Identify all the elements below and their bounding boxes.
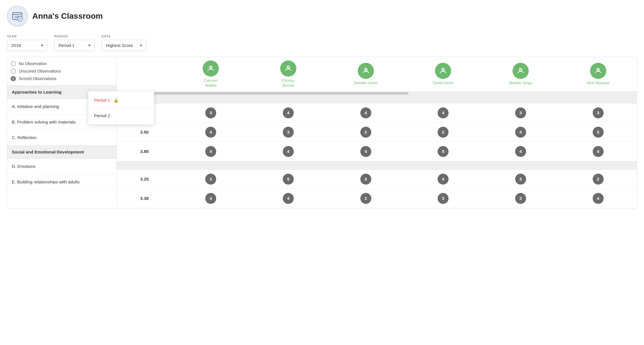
student-avatar-damian — [358, 63, 374, 79]
data-filter-group: DATA Highest Score Average Score Last Sc… — [101, 35, 146, 51]
score-e-maddie[interactable]: 3 — [482, 189, 560, 208]
score-d-chrissy[interactable]: 5 — [250, 169, 327, 189]
scored-icon: 1 — [11, 76, 16, 81]
score-b-david[interactable]: 2 — [404, 122, 482, 142]
dropdown-item-period2[interactable]: Period 2 — [88, 109, 154, 122]
legend-section: No Observation − Unscored Observations 1… — [7, 57, 116, 86]
student-avatar-david — [435, 63, 451, 79]
unscored-label: Unscored Observations — [19, 69, 61, 73]
score-b-damian[interactable]: 2 — [327, 122, 404, 142]
student-header-chrissy: ChrissyBunnel — [250, 57, 327, 92]
table-row: 3.88 4 4 4 5 — [117, 142, 637, 161]
student-header-david: David Jones — [404, 57, 482, 92]
score-b-carmen[interactable]: 4 — [172, 122, 250, 142]
score-c-carmen[interactable]: 4 — [172, 142, 250, 161]
avg-emotions: 3.25 — [117, 169, 172, 189]
student-header-damian: Damian Lewis — [327, 57, 404, 92]
no-observation-label: No Observation — [19, 61, 47, 66]
score-c-damian[interactable]: 4 — [327, 142, 404, 161]
avg-relationships: 3.38 — [117, 189, 172, 208]
classroom-avatar — [7, 6, 28, 26]
score-e-damian[interactable]: 2 — [327, 189, 404, 208]
dropdown-divider — [88, 108, 154, 108]
score-a-carmen[interactable]: 3 — [172, 103, 250, 122]
student-avatar-carmen — [203, 60, 219, 77]
score-c-nick[interactable]: 4 — [559, 142, 637, 161]
student-name-david: David Jones — [407, 81, 480, 86]
student-name-carmen: CarmenWalker — [174, 78, 247, 88]
student-avatar-maddie — [513, 63, 529, 79]
score-d-nick[interactable]: 2 — [559, 169, 637, 189]
period-select[interactable]: Period 1 Period 2 — [54, 40, 95, 51]
student-name-damian: Damian Lewis — [329, 81, 402, 86]
score-a-chrissy[interactable]: 4 — [250, 103, 327, 122]
score-b-maddie[interactable]: 4 — [482, 122, 560, 142]
student-avatar-nick — [590, 63, 606, 79]
score-d-damian[interactable]: 3 — [327, 169, 404, 189]
student-header-nick: Nick Vazquez — [559, 57, 637, 92]
data-label: DATA — [101, 35, 146, 38]
score-c-chrissy[interactable]: 4 — [250, 142, 327, 161]
avg-problem-solving: 3.50 — [117, 122, 172, 142]
student-name-maddie: Maddie Tango — [484, 81, 557, 86]
category-header-social: Social and Emotional Development — [7, 145, 116, 159]
period-filter-group: PERIOD Period 1 Period 2 ▼ — [54, 35, 95, 51]
score-a-maddie[interactable]: 3 — [482, 103, 560, 122]
score-c-david[interactable]: 5 — [404, 142, 482, 161]
category-row-social — [117, 161, 637, 169]
score-a-damian[interactable]: 4 — [327, 103, 404, 122]
student-name-nick: Nick Vazquez — [562, 81, 634, 86]
table-row: 3.50 4 3 2 2 — [117, 122, 637, 142]
student-header-maddie: Maddie Tango — [482, 57, 560, 92]
data-select[interactable]: Highest Score Average Score Last Score — [101, 40, 146, 51]
student-avatar-chrissy — [280, 60, 296, 77]
score-b-nick[interactable]: 5 — [559, 122, 637, 142]
table-row: 3.38 4 4 2 3 — [117, 189, 637, 208]
year-filter-group: YEAR 2019 2018 2017 ▼ — [7, 35, 47, 51]
score-e-david[interactable]: 3 — [404, 189, 482, 208]
dropdown-item-period1[interactable]: Period 1 🔒 — [88, 94, 154, 107]
score-d-carmen[interactable]: 3 — [172, 169, 250, 189]
avg-reflection: 3.88 — [117, 142, 172, 161]
year-label: YEAR — [7, 35, 47, 38]
table-row: 3.25 3 5 3 4 — [117, 169, 637, 189]
score-e-chrissy[interactable]: 4 — [250, 189, 327, 208]
score-e-nick[interactable]: 4 — [559, 189, 637, 208]
scored-label: Scored Observations — [19, 76, 57, 81]
row-label-reflection: C. Reflection — [7, 130, 116, 145]
period-label: PERIOD — [54, 35, 95, 38]
legend-scored: 1 Scored Observations — [11, 76, 116, 81]
row-label-emotions: D. Emotions — [7, 159, 116, 174]
student-name-chrissy: ChrissyBunnel — [252, 78, 325, 88]
legend-no-observation: No Observation — [11, 61, 116, 66]
score-b-chrissy[interactable]: 3 — [250, 122, 327, 142]
score-d-david[interactable]: 4 — [404, 169, 482, 189]
score-a-david[interactable]: 4 — [404, 103, 482, 122]
legend-unscored: − Unscored Observations — [11, 69, 116, 74]
year-select[interactable]: 2019 2018 2017 — [7, 40, 47, 51]
score-d-maddie[interactable]: 3 — [482, 169, 560, 189]
score-a-nick[interactable]: 3 — [559, 103, 637, 122]
category-row-approaches — [117, 95, 637, 103]
unscored-icon: − — [11, 69, 16, 74]
student-header-carmen: CarmenWalker — [172, 57, 250, 92]
score-e-carmen[interactable]: 4 — [172, 189, 250, 208]
score-c-maddie[interactable]: 4 — [482, 142, 560, 161]
page-title: Anna's Classroom — [32, 12, 103, 21]
no-observation-icon — [11, 61, 16, 66]
lock-icon: 🔒 — [114, 98, 118, 103]
period-dropdown: Period 1 🔒 Period 2 — [88, 91, 154, 125]
row-label-relationships: E. Building relationships with adults — [7, 174, 116, 190]
table-row: 3.38 3 4 4 4 — [117, 103, 637, 122]
